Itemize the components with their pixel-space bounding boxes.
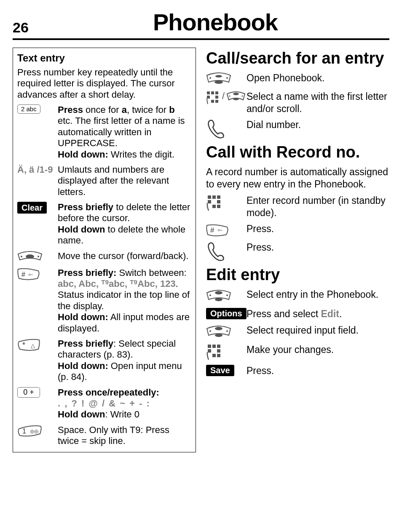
svg-point-21 [233, 98, 239, 100]
enter-record-text: Enter record number (in standby mode). [247, 195, 389, 219]
clear-button-icon: Clear [17, 202, 47, 214]
select-field-text: Select required input field. [247, 324, 389, 340]
svg-rect-43 [217, 345, 220, 348]
star-desc: Press briefly: Select special characters… [58, 338, 191, 383]
key-2abc-icon: 2 abc [17, 104, 40, 114]
svg-rect-16 [207, 96, 210, 99]
zero-desc: Press once/repeatedly: . , ? ! @ / & ~ +… [58, 387, 191, 420]
svg-point-35 [209, 294, 211, 296]
svg-point-11 [209, 77, 211, 79]
call-icon [206, 241, 225, 262]
rocker-vertical-icon [226, 91, 246, 103]
call-record-heading: Call with Record no. [206, 144, 389, 161]
svg-rect-14 [211, 91, 214, 94]
svg-rect-25 [212, 195, 216, 199]
call-record-intro: A record number is automatically assigne… [206, 166, 389, 190]
rocker-vertical-icon [206, 324, 231, 340]
press-save-text: Press. [247, 365, 389, 377]
svg-point-9 [215, 75, 222, 78]
make-changes-text: Make your changes. [247, 344, 389, 361]
key-1-icon: 1 ◎◎ [17, 425, 42, 437]
press-call-text: Press. [247, 241, 389, 262]
slash-separator: / [222, 91, 225, 102]
umlaut-label: Ä, ä /1-9 [17, 164, 53, 175]
svg-point-0 [26, 254, 34, 259]
svg-text:*: * [22, 341, 25, 349]
svg-rect-41 [208, 345, 211, 348]
keypad-icon [206, 195, 223, 211]
svg-point-39 [209, 330, 211, 332]
star-key-icon: * △ [17, 338, 40, 352]
svg-rect-29 [212, 205, 216, 208]
rocker-left-right-icon [17, 251, 43, 263]
page-title: Phonebook [41, 8, 389, 36]
svg-rect-15 [215, 91, 218, 94]
svg-rect-13 [207, 91, 210, 94]
text-entry-heading: Text entry [17, 52, 191, 64]
call-icon [206, 119, 225, 140]
svg-text:#: # [21, 271, 25, 278]
svg-point-2 [38, 256, 39, 257]
select-entry-text: Select entry in the Phonebook. [247, 289, 389, 304]
svg-rect-19 [215, 100, 218, 103]
svg-point-1 [21, 256, 22, 257]
svg-point-37 [215, 327, 222, 330]
key-2abc-desc: Press once for a, twice for b etc. The f… [58, 104, 191, 160]
keypad-icon [206, 91, 220, 105]
svg-rect-46 [212, 354, 216, 357]
svg-rect-17 [215, 96, 218, 99]
svg-text:#: # [210, 226, 214, 234]
svg-rect-27 [208, 200, 211, 203]
options-button-icon: Options [206, 308, 247, 319]
select-name-text: Select a name with the first letter and/… [247, 91, 389, 115]
dial-number-text: Dial number. [247, 119, 389, 140]
save-button-icon: Save [206, 365, 234, 376]
svg-rect-42 [212, 345, 216, 348]
edit-entry-heading: Edit entry [206, 267, 389, 283]
svg-rect-44 [208, 349, 211, 353]
hash-key-icon: # ⟜ [17, 267, 40, 281]
umlaut-desc: Umlauts and numbers are displayed after … [58, 164, 191, 198]
svg-rect-47 [217, 354, 220, 357]
call-search-heading: Call/search for an entry [206, 50, 389, 67]
svg-point-36 [226, 294, 228, 296]
svg-point-34 [215, 298, 222, 301]
open-phonebook-text: Open Phonebook. [247, 72, 389, 86]
text-entry-intro: Press number key repeatedly until the re… [17, 67, 191, 100]
svg-rect-28 [217, 200, 220, 203]
rocker-desc: Move the cursor (forward/back). [58, 251, 191, 263]
svg-text:△: △ [31, 342, 35, 349]
svg-point-33 [215, 291, 222, 294]
key-0plus-icon: 0 + [17, 387, 40, 398]
one-desc: Space. Only with T9: Press twice = skip … [58, 425, 191, 447]
svg-point-40 [226, 330, 228, 332]
rocker-vertical-icon [206, 289, 231, 304]
hash-key-icon: # ⟜ [206, 223, 229, 237]
svg-text:1: 1 [22, 428, 26, 435]
svg-rect-18 [211, 100, 214, 103]
svg-point-23 [242, 95, 243, 96]
clear-desc: Press briefly to delete the letter befor… [58, 202, 191, 246]
svg-rect-26 [217, 195, 220, 199]
svg-point-38 [215, 334, 222, 337]
press-select-edit-text: Press and select Edit. [247, 308, 389, 320]
svg-rect-45 [217, 349, 220, 353]
hash-desc: Press briefly: Switch between: abc, Abc,… [58, 267, 191, 334]
press-hash-text: Press. [247, 223, 389, 237]
svg-text:⟜: ⟜ [28, 271, 33, 277]
svg-point-20 [233, 93, 239, 95]
svg-text:⟜: ⟜ [217, 227, 223, 233]
svg-point-22 [229, 95, 230, 96]
rocker-down-icon [206, 72, 231, 86]
page-number: 26 [13, 19, 41, 36]
svg-point-10 [214, 80, 223, 84]
keypad-icon [206, 344, 223, 361]
svg-text:◎◎: ◎◎ [30, 428, 38, 434]
svg-point-12 [226, 77, 228, 79]
svg-rect-24 [208, 195, 211, 199]
svg-rect-30 [217, 205, 220, 208]
